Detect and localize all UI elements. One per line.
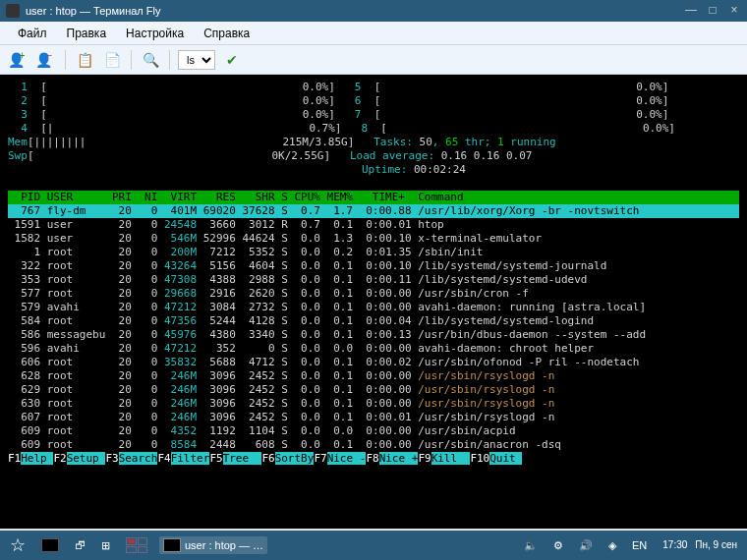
- window-titlebar[interactable]: user : htop — Терминал Fly — □ ×: [0, 0, 747, 22]
- process-row[interactable]: 1591 user 20 0 24548 3660 3012 R 0.7 0.1…: [8, 218, 739, 232]
- new-tab-icon[interactable]: 👤+: [8, 49, 29, 71]
- menu-edit[interactable]: Правка: [57, 27, 117, 40]
- process-selected[interactable]: 767 fly-dm 20 0 401M 69020 37628 S 0.7 1…: [8, 204, 739, 218]
- process-row[interactable]: 609 root 20 0 8584 2448 608 S 0.0 0.1 0:…: [8, 438, 739, 452]
- process-row[interactable]: 628 root 20 0 246M 3096 2452 S 0.0 0.1 0…: [8, 369, 739, 383]
- run-icon[interactable]: ✔: [221, 49, 243, 71]
- tray-network-icon[interactable]: ⚙: [549, 537, 567, 554]
- maximize-button[interactable]: □: [706, 4, 719, 18]
- process-row[interactable]: 586 messagebu 20 0 45976 4380 3340 S 0.0…: [8, 328, 739, 342]
- process-row[interactable]: 609 root 20 0 4352 1192 1104 S 0.0 0.0 0…: [8, 424, 739, 438]
- close-button[interactable]: ×: [727, 4, 741, 18]
- menu-file[interactable]: Файл: [8, 27, 57, 40]
- taskbar-windows-icon[interactable]: ⊞: [97, 537, 114, 554]
- function-key-bar[interactable]: F1Help F2Setup F3SearchF4FilterF5Tree F6…: [8, 452, 739, 466]
- tray-usb-icon[interactable]: 🔈: [520, 537, 542, 554]
- process-row[interactable]: 596 avahi 20 0 47212 352 0 S 0.0 0.0 0:0…: [8, 342, 739, 356]
- command-select[interactable]: ls: [178, 50, 215, 70]
- tray-devices-icon[interactable]: ◈: [604, 537, 620, 554]
- taskbar-files-icon[interactable]: 🗗: [71, 537, 89, 553]
- tray-volume-icon[interactable]: 🔊: [575, 537, 597, 554]
- process-row[interactable]: 353 root 20 0 47308 4388 2988 S 0.0 0.1 …: [8, 273, 739, 287]
- process-row[interactable]: 577 root 20 0 29668 2916 2620 S 0.0 0.1 …: [8, 287, 739, 301]
- mem-label: Mem: [8, 136, 28, 148]
- app-icon: [6, 4, 20, 18]
- process-row[interactable]: 584 root 20 0 47356 5244 4128 S 0.0 0.1 …: [8, 314, 739, 328]
- clock[interactable]: 17:30 Пн, 9 сен: [659, 537, 741, 553]
- close-tab-icon[interactable]: 👤−: [35, 49, 57, 71]
- process-row[interactable]: 322 root 20 0 43264 5156 4604 S 0.0 0.1 …: [8, 259, 739, 273]
- desktop-switcher[interactable]: [122, 535, 151, 555]
- menubar: Файл Правка Настройка Справка: [0, 22, 747, 45]
- window-title: user : htop — Терминал Fly: [26, 5, 684, 17]
- taskbar: ☆ 🗗 ⊞ user : htop — … 🔈 ⚙ 🔊 ◈ EN 17:30 П…: [0, 531, 747, 560]
- search-icon[interactable]: 🔍: [140, 49, 161, 71]
- taskbar-app-htop[interactable]: user : htop — …: [159, 536, 267, 554]
- process-row[interactable]: 606 root 20 0 35832 5688 4712 S 0.0 0.1 …: [8, 356, 739, 369]
- process-header[interactable]: PID USER PRI NI VIRT RES SHR S CPU% MEM%…: [8, 191, 739, 204]
- taskbar-terminal-icon[interactable]: [37, 536, 63, 554]
- start-menu-icon[interactable]: ☆: [6, 532, 29, 558]
- menu-settings[interactable]: Настройка: [116, 27, 194, 40]
- swp-label: Swp: [8, 149, 28, 162]
- paste-icon[interactable]: 📄: [101, 49, 123, 71]
- process-row[interactable]: 630 root 20 0 246M 3096 2452 S 0.0 0.1 0…: [8, 397, 739, 411]
- process-row[interactable]: 579 avahi 20 0 47212 3084 2732 S 0.0 0.1…: [8, 301, 739, 314]
- process-row[interactable]: 629 root 20 0 246M 3096 2452 S 0.0 0.1 0…: [8, 383, 739, 397]
- terminal-output[interactable]: 1 [0.0%] 5 [0.0%] 2 [0.0%] 6 [0.0%] 3 [0…: [0, 75, 747, 529]
- copy-icon[interactable]: 📋: [74, 49, 95, 71]
- process-row[interactable]: 607 root 20 0 246M 3096 2452 S 0.0 0.1 0…: [8, 411, 739, 424]
- menu-help[interactable]: Справка: [194, 27, 259, 40]
- toolbar: 👤+ 👤− 📋 📄 🔍 ls ✔: [0, 45, 747, 75]
- language-indicator[interactable]: EN: [628, 537, 651, 553]
- process-row[interactable]: 1582 user 20 0 546M 52996 44624 S 0.0 1.…: [8, 232, 739, 246]
- process-row[interactable]: 1 root 20 0 200M 7212 5352 S 0.0 0.2 0:0…: [8, 246, 739, 259]
- minimize-button[interactable]: —: [684, 4, 698, 18]
